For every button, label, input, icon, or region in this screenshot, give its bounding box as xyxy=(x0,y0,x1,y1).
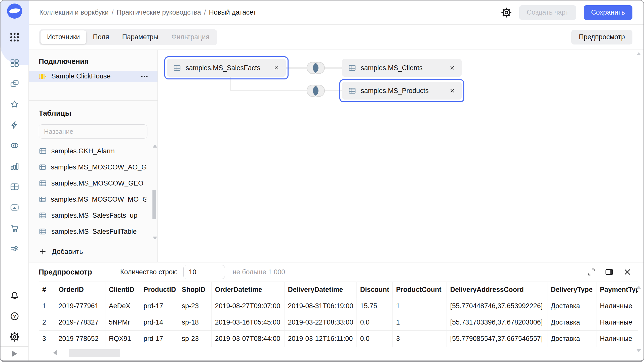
table-cell: 2019-03-12T16:11:00 xyxy=(284,331,356,347)
table-cell: 2019-08-27T09:07:00 xyxy=(211,298,284,314)
table-cell: Наличные xyxy=(596,314,638,331)
table-name: samples.MS_MOSCOW_AO_G... xyxy=(51,163,146,171)
table-list-item[interactable]: samples.MS_SalesFacts_up xyxy=(29,207,157,223)
table-list-item[interactable]: samples.GKH_Alarm xyxy=(29,143,157,159)
apps-grid-icon[interactable] xyxy=(9,32,20,43)
remove-table-icon[interactable] xyxy=(273,65,280,71)
scroll-down-icon[interactable] xyxy=(636,349,641,352)
preview-toggle-button[interactable]: Предпросмотр xyxy=(571,30,632,44)
datalens-logo[interactable] xyxy=(7,4,22,19)
column-header: DeliveryType xyxy=(547,282,596,298)
left-rail: ? xyxy=(1,1,29,360)
inner-join-icon[interactable] xyxy=(303,60,328,76)
table-list-item[interactable]: samples.MS_MOSCOW_MO_G... xyxy=(29,191,157,207)
scroll-up-icon[interactable] xyxy=(636,52,641,55)
scrollbar-thumb[interactable] xyxy=(152,190,156,219)
dashboards-icon[interactable] xyxy=(10,58,19,68)
more-icon[interactable] xyxy=(140,75,148,78)
table-icon[interactable] xyxy=(10,182,19,192)
table-cell: 2 xyxy=(39,314,55,331)
table-name: samples.MS_MOSCOW_GEO xyxy=(51,179,143,187)
help-icon[interactable]: ? xyxy=(10,311,20,321)
table-icon xyxy=(39,163,46,171)
inner-join-icon[interactable] xyxy=(303,83,328,99)
scroll-down-icon[interactable] xyxy=(153,237,157,240)
table-icon xyxy=(39,228,47,236)
table-cell: sp-23 xyxy=(178,331,211,347)
tabs-row: Источники Поля Параметры Фильтрация Пред… xyxy=(29,25,643,50)
table-cell: Доставка xyxy=(547,298,596,314)
breadcrumb-guides[interactable]: Практические руководства xyxy=(116,9,201,16)
tables-title: Таблицы xyxy=(29,101,157,121)
canvas-node-clients[interactable]: samples.MS_Clients xyxy=(339,56,464,79)
close-icon[interactable] xyxy=(623,267,632,277)
breadcrumb-current: Новый датасет xyxy=(209,9,256,16)
remove-table-icon[interactable] xyxy=(449,65,456,71)
gear-icon[interactable] xyxy=(501,7,512,18)
preview-title: Предпросмотр xyxy=(39,268,92,276)
dataset-canvas[interactable]: samples.MS_SalesFacts samples.MS_Clients… xyxy=(158,50,643,262)
add-table-button[interactable]: Добавить xyxy=(29,241,157,262)
table-cell: 2019-777961 xyxy=(55,298,105,314)
table-cell: 2019-03-07T08:44:00 xyxy=(211,331,284,347)
tab-fields[interactable]: Поля xyxy=(86,30,115,44)
gear-icon[interactable] xyxy=(10,332,20,342)
rows-count-input[interactable] xyxy=(183,265,225,279)
folder-icon[interactable] xyxy=(10,203,19,212)
scroll-left-icon[interactable] xyxy=(53,350,57,355)
star-icon[interactable] xyxy=(10,100,19,109)
breadcrumb-separator: / xyxy=(112,9,114,16)
create-chart-button: Создать чарт xyxy=(519,5,576,20)
rail-footer xyxy=(1,346,28,360)
connection-name: Sample ClickHouse xyxy=(51,72,135,80)
breadcrumb-separator: / xyxy=(204,9,206,16)
breadcrumb-collections[interactable]: Коллекции и воркбуки xyxy=(39,9,109,16)
column-header: ProductID xyxy=(140,282,178,298)
save-button[interactable]: Сохранить xyxy=(584,5,632,20)
expand-icon[interactable] xyxy=(587,267,596,277)
add-table-label: Добавить xyxy=(52,248,83,256)
tab-parameters[interactable]: Параметры xyxy=(116,30,165,44)
table-icon xyxy=(348,64,356,72)
connection-item[interactable]: Sample ClickHouse xyxy=(29,71,157,82)
workbooks-icon[interactable] xyxy=(10,79,19,88)
rows-limit-hint: не больше 1 000 xyxy=(232,268,285,276)
connections-icon[interactable] xyxy=(10,141,19,150)
table-row: 32019-778652RQX91prd-17sp-232019-03-07T0… xyxy=(39,331,638,347)
split-panel-icon[interactable] xyxy=(605,267,614,277)
sources-panel: Подключения Sample ClickHouse Таблицы xyxy=(29,50,158,262)
scroll-up-icon[interactable] xyxy=(636,286,641,289)
node-label: samples.MS_Clients xyxy=(361,64,445,72)
svg-text:?: ? xyxy=(13,314,16,319)
table-cell: 1 xyxy=(39,298,55,314)
panel-divider xyxy=(29,82,157,101)
play-icon[interactable] xyxy=(12,351,17,357)
scroll-up-icon[interactable] xyxy=(153,145,157,148)
table-search-input[interactable] xyxy=(39,124,147,139)
charts-icon[interactable] xyxy=(10,161,19,171)
table-list-item[interactable]: samples.MS_SalesFullTable xyxy=(29,223,157,240)
column-header: PaymentType xyxy=(596,282,638,298)
plus-icon xyxy=(39,248,47,256)
table-cell: [55.779085547,37.667546557] xyxy=(447,331,547,347)
preview-table-wrap: #OrderIDClientIDProductIDShopIDOrderDate… xyxy=(39,282,638,347)
table-icon xyxy=(39,195,46,203)
table-list-item[interactable]: samples.MS_MOSCOW_GEO xyxy=(29,175,157,191)
table-list-item[interactable]: samples.MS_MOSCOW_AO_G... xyxy=(29,159,157,175)
canvas-node-salesfacts[interactable]: samples.MS_SalesFacts xyxy=(164,56,289,79)
table-cell: Доставка xyxy=(547,314,596,331)
top-bar: Коллекции и воркбуки / Практические руко… xyxy=(29,1,643,25)
tab-sources[interactable]: Источники xyxy=(41,30,86,44)
rows-count-label: Количество строк: xyxy=(120,268,178,276)
cart-icon[interactable] xyxy=(10,223,19,233)
table-cell: prd-17 xyxy=(140,298,178,314)
table-cell: RQX91 xyxy=(105,331,140,347)
sliders-icon[interactable] xyxy=(10,244,19,253)
bolt-icon[interactable] xyxy=(10,120,19,130)
bell-icon[interactable] xyxy=(10,291,20,301)
remove-table-icon[interactable] xyxy=(449,87,456,94)
scrollbar-thumb[interactable] xyxy=(69,349,120,357)
table-cell: 2019-03-16T05:45:00 xyxy=(211,314,284,331)
preview-panel: Предпросмотр Количество строк: не больше… xyxy=(29,262,643,360)
canvas-node-products[interactable]: samples.MS_Products xyxy=(339,79,464,102)
